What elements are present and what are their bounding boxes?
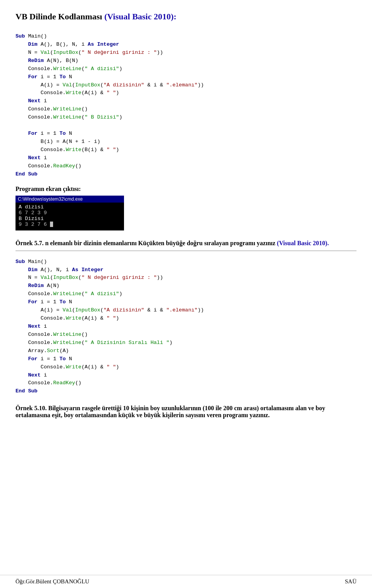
footer-left: Öğr.Gör.Bülent ÇOBANOĞLU [16, 578, 89, 585]
example57-link[interactable]: (Visual Basic 2010). [277, 240, 329, 246]
example-57-heading: Örnek 5.7. n elemanlı bir dizinin eleman… [16, 240, 356, 247]
footer: Öğr.Gör.Bülent ÇOBANOĞLU SAÜ [0, 575, 372, 588]
code-block-2: Sub Main() Dim A(), N, i As Integer N = … [16, 258, 356, 396]
screen-output-label: Programın ekran çıktısı: [16, 186, 356, 193]
code-block-1: Sub Main() Dim A(), B(), N, i As Integer… [16, 33, 356, 179]
cmd-line-2: 6 7 2 3 9 [19, 210, 121, 216]
footer-right: SAÜ [345, 578, 356, 585]
cmd-line-3: B Dizisi [19, 216, 121, 222]
cmd-line-1: A dizisi [19, 204, 121, 210]
divider-1 [16, 251, 356, 251]
cmd-window: C:\Windows\system32\cmd.exe A dizisi 6 7… [16, 196, 124, 230]
kw: Sub [16, 33, 25, 39]
cmd-titlebar: C:\Windows\system32\cmd.exe [16, 196, 124, 203]
page-title: VB Dilinde Kodlanması (Visual Basic 2010… [16, 12, 356, 22]
title-link[interactable]: (Visual Basic 2010): [104, 12, 176, 21]
example-510-heading: Örnek 5.10. Bilgisayarın rasgele ürettiğ… [16, 405, 356, 419]
cmd-line-4: 9 3 2 7 6 [19, 222, 121, 227]
